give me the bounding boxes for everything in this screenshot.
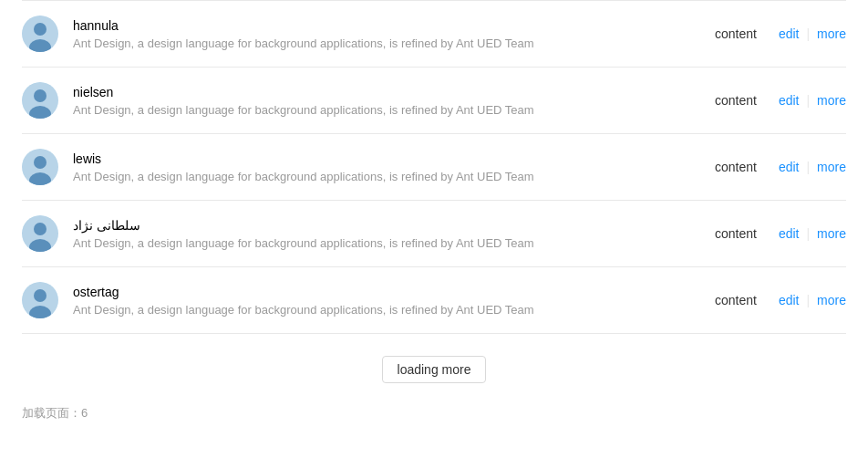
item-meta: content xyxy=(715,293,757,307)
list-item: nielsen Ant Design, a design language fo… xyxy=(22,68,846,134)
item-actions: edit | more xyxy=(779,160,846,174)
item-description: Ant Design, a design language for backgr… xyxy=(73,303,715,317)
edit-link[interactable]: edit xyxy=(779,160,800,174)
action-divider: | xyxy=(806,293,810,307)
avatar xyxy=(22,82,58,119)
more-link[interactable]: more xyxy=(817,160,846,174)
svg-point-7 xyxy=(34,156,46,169)
edit-link[interactable]: edit xyxy=(779,293,800,307)
item-title: hannula xyxy=(73,18,715,33)
list-item: سلطانی نژاد Ant Design, a design languag… xyxy=(22,201,846,267)
item-content: ostertag Ant Design, a design language f… xyxy=(73,285,715,317)
action-divider: | xyxy=(806,93,810,108)
more-link[interactable]: more xyxy=(817,93,846,108)
item-title: سلطانی نژاد xyxy=(73,218,715,233)
avatar xyxy=(22,149,58,185)
footer-text: 加载页面：6 xyxy=(0,398,868,429)
svg-point-4 xyxy=(34,89,46,102)
list-item: hannula Ant Design, a design language fo… xyxy=(22,0,846,68)
avatar xyxy=(22,16,58,52)
item-actions: edit | more xyxy=(779,93,846,108)
list-container: hannula Ant Design, a design language fo… xyxy=(0,0,868,334)
more-link[interactable]: more xyxy=(817,226,846,241)
item-content: nielsen Ant Design, a design language fo… xyxy=(73,85,715,117)
item-title: ostertag xyxy=(73,285,715,299)
load-more-container: loading more xyxy=(0,334,868,398)
list-item: ostertag Ant Design, a design language f… xyxy=(22,267,846,334)
item-meta: content xyxy=(715,26,757,41)
avatar xyxy=(22,282,58,318)
more-link[interactable]: more xyxy=(817,293,846,307)
item-actions: edit | more xyxy=(779,293,846,307)
action-divider: | xyxy=(806,26,810,41)
svg-point-1 xyxy=(34,23,46,36)
edit-link[interactable]: edit xyxy=(779,226,800,241)
item-content: hannula Ant Design, a design language fo… xyxy=(73,18,715,50)
item-description: Ant Design, a design language for backgr… xyxy=(73,236,715,250)
item-description: Ant Design, a design language for backgr… xyxy=(73,170,715,183)
edit-link[interactable]: edit xyxy=(779,93,800,108)
svg-point-13 xyxy=(34,289,46,302)
item-meta: content xyxy=(715,93,757,108)
more-link[interactable]: more xyxy=(817,26,846,41)
item-title: nielsen xyxy=(73,85,715,99)
item-meta: content xyxy=(715,226,757,241)
item-description: Ant Design, a design language for backgr… xyxy=(73,36,715,50)
svg-point-10 xyxy=(34,223,46,235)
item-actions: edit | more xyxy=(779,226,846,241)
avatar xyxy=(22,215,58,252)
edit-link[interactable]: edit xyxy=(779,26,800,41)
item-content: lewis Ant Design, a design language for … xyxy=(73,151,715,183)
load-more-button[interactable]: loading more xyxy=(382,356,487,383)
item-meta: content xyxy=(715,160,757,174)
item-content: سلطانی نژاد Ant Design, a design languag… xyxy=(73,218,715,250)
item-description: Ant Design, a design language for backgr… xyxy=(73,103,715,117)
action-divider: | xyxy=(806,160,810,174)
list-item: lewis Ant Design, a design language for … xyxy=(22,134,846,201)
item-actions: edit | more xyxy=(779,26,846,41)
action-divider: | xyxy=(806,226,810,241)
item-title: lewis xyxy=(73,151,715,166)
